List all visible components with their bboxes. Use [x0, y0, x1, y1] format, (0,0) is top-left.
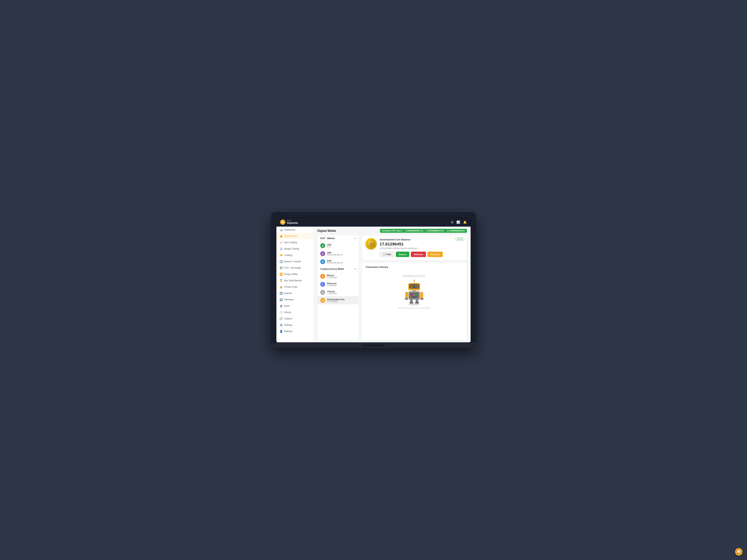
fiat-chevron-icon: ▾: [355, 237, 356, 240]
logo-text: crypX Supreme: [287, 220, 298, 224]
nothing-found-text: Nothing Found!: [403, 274, 425, 278]
copy-button[interactable]: 📋 Copy: [380, 251, 394, 257]
sidebar-label-shape-shifter: Shape Shifter: [284, 273, 298, 275]
wallet-item-gbp[interactable]: £ GBP 99,999,999,800.00: [318, 250, 358, 258]
wallet-item-btc[interactable]: ₿ Bitcoin 0.00000000: [318, 272, 358, 281]
top-icons: ⊞ 📊 🔔: [451, 220, 467, 224]
sidebar-label-history: History: [284, 311, 291, 314]
deposit-icon: ⬇️: [279, 292, 283, 295]
wallet-item-ltc[interactable]: Ł Litecoin 1.00000000: [318, 288, 358, 296]
sidebar-item-bank[interactable]: 🏦 Bank: [276, 303, 313, 309]
fiat-wallets-header[interactable]: FIAT - Wallets ▾: [318, 235, 358, 242]
sidebar-item-deposit[interactable]: ⬇️ Deposit ›: [276, 290, 313, 296]
gbp-name: GBP: [327, 251, 356, 254]
sidebar-item-balance-transfer[interactable]: 🔄 Balance Transfer: [276, 258, 313, 265]
ltc-name: Litecoin: [327, 290, 356, 293]
sidebar-item-history[interactable]: 🕐 History ›: [276, 309, 313, 316]
wallet-item-usd[interactable]: $ USD 0.01: [318, 242, 358, 250]
eth-info: Ethereum 1.00000000: [327, 282, 356, 287]
eur-balance: 99,999,999,800.00: [327, 262, 356, 264]
bank-icon: 🏦: [279, 304, 283, 308]
sidebar-label-bank: Bank: [284, 304, 289, 307]
svg-point-10: [413, 294, 415, 296]
sidebar-label-digital-wallet: Digital Wallet: [284, 235, 297, 237]
page-title: Digital Wallet: [317, 229, 336, 233]
crypto-wallets-header[interactable]: Cryptocurrency Wallet ▾: [318, 266, 358, 272]
svg-rect-6: [415, 302, 419, 303]
sidebar-item-lending[interactable]: 🤝 Lending: [276, 252, 313, 258]
sidebar-label-withdraw: Withdraw: [284, 298, 293, 301]
eur-coin-icon: €: [320, 259, 325, 264]
withdraw-button[interactable]: Withdraw: [411, 251, 426, 257]
content-header: Digital Wallet Estimated FIAT Value ● $ …: [314, 226, 471, 233]
spot-trading-icon: 📈: [279, 241, 283, 244]
settings-icon: ⚙️: [279, 323, 283, 326]
crypto-chevron-icon: ▾: [355, 268, 356, 270]
sidebar-item-private-order[interactable]: 🔒 Private Order: [276, 284, 313, 290]
sidebar-item-digital-wallet[interactable]: 💰 Digital Wallet: [276, 233, 313, 239]
sidebar-item-referral[interactable]: 👤 Referral: [276, 328, 313, 335]
coin-detail-top: G Gold-backed Coin Balance 17.61296451 t…: [365, 238, 463, 257]
grid-icon[interactable]: ⊞: [451, 220, 454, 224]
fiat-wallets-label: FIAT - Wallets: [320, 237, 335, 240]
usd-balance: 0.01: [327, 246, 356, 248]
sidebar-label-spot-trading: Spot Trading: [284, 241, 297, 244]
eur-info: EUR 99,999,999,800.00: [327, 260, 356, 264]
coin-big-icon: G: [365, 238, 377, 249]
sidebar-item-spot-trading[interactable]: 📈 Spot Trading: [276, 239, 313, 246]
gbp-info: GBP 99,999,999,800.00: [327, 251, 356, 256]
sidebar-label-buy-gold-backed: Buy Gold-Backed: [284, 279, 302, 282]
usd-name: USD: [327, 244, 356, 246]
wallet-item-eur[interactable]: € EUR 99,999,999,800.00: [318, 258, 358, 266]
eth-balance: 1.00000000: [327, 285, 356, 287]
btc-name: Bitcoin: [327, 274, 356, 276]
svg-rect-16: [420, 298, 423, 300]
margin-trading-icon: ⚖️: [279, 247, 283, 250]
chart-icon[interactable]: 📊: [457, 220, 460, 224]
sidebar-item-shape-shifter[interactable]: 🔀 Shape Shifter: [276, 271, 313, 277]
wallet-item-eth[interactable]: Ξ Ethereum 1.00000000: [318, 281, 358, 288]
sidebar-item-margin-trading[interactable]: ⚖️ Margin Trading: [276, 246, 313, 252]
transaction-history-card: Transaction History Nothing Found!: [362, 263, 467, 340]
wallet-item-gold[interactable]: G Gold-backed Coin 17.61296451: [318, 296, 358, 304]
purchase-button[interactable]: Purchase: [428, 251, 443, 257]
crypto-wallets-label: Cryptocurrency Wallet: [320, 268, 344, 270]
estimated-label: Estimated FIAT Value ●: [382, 230, 403, 232]
sidebar-label-balance-transfer: Balance Transfer: [284, 260, 301, 263]
private-order-icon: 🔒: [279, 286, 283, 288]
deposit-button[interactable]: Deposit: [396, 251, 409, 257]
estimated-eur: € 2129999999574.01: [426, 230, 444, 232]
bell-icon[interactable]: 🔔: [463, 220, 467, 224]
eth-name: Ethereum: [327, 282, 356, 285]
sidebar-item-dashboard[interactable]: 📊 Dashboard: [276, 226, 313, 233]
coin-detail-info: Gold-backed Coin Balance 17.61296451 t1K…: [380, 238, 463, 257]
svg-point-21: [411, 286, 413, 287]
lending-icon: 🤝: [279, 254, 283, 257]
coin-detail-card: ACTIVE: [362, 235, 467, 260]
svg-text:G: G: [370, 242, 372, 246]
sidebar-item-withdraw[interactable]: ⬆️ Withdraw ›: [276, 296, 313, 303]
chat-bubble-button[interactable]: 💬: [735, 548, 743, 556]
buy-gold-icon: 🥇: [279, 279, 283, 282]
sidebar-label-support: Support: [284, 317, 292, 320]
transaction-history-title: Transaction History: [365, 266, 463, 268]
sidebar-item-settings[interactable]: ⚙️ Settings ›: [276, 322, 313, 328]
fiat-exchange-icon: 💱: [279, 266, 283, 269]
withdraw-arrow-icon: ›: [310, 299, 311, 301]
coin-detail-name: Gold-backed Coin Balance: [380, 238, 463, 241]
usd-coin-icon: $: [320, 243, 325, 248]
svg-point-23: [416, 286, 417, 287]
nothing-found: Nothing Found!: [365, 271, 463, 313]
svg-rect-14: [420, 292, 423, 299]
right-panel: ACTIVE: [362, 235, 467, 340]
logo: ☯ crypX Supreme: [280, 219, 298, 225]
app-name: Supreme: [287, 221, 298, 224]
sidebar-item-fiat-exchange[interactable]: 💱 FIAT - Exchange: [276, 265, 313, 271]
support-icon: 💬: [279, 317, 283, 320]
eth-coin-icon: Ξ: [320, 282, 325, 287]
sidebar-item-support[interactable]: 💬 Support: [276, 316, 313, 322]
sidebar-item-buy-gold-backed[interactable]: 🥇 Buy Gold-Backed: [276, 277, 313, 284]
balance-transfer-icon: 🔄: [279, 260, 283, 263]
dashboard-icon: 📊: [279, 228, 283, 231]
sidebar-label-private-order: Private Order: [284, 286, 298, 288]
